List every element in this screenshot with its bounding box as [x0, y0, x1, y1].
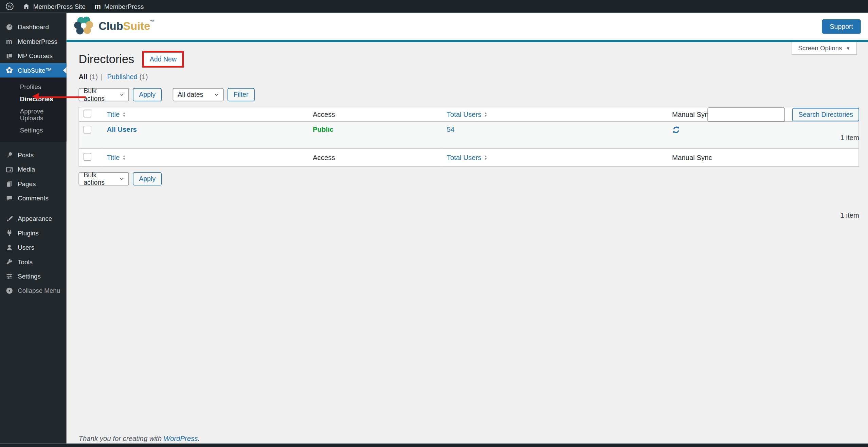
- sidebar-item-label: Appearance: [18, 215, 52, 222]
- svg-text:W: W: [7, 4, 12, 9]
- view-published-link[interactable]: Published: [107, 73, 138, 81]
- wrench-icon: [5, 258, 13, 266]
- sidebar-item-pages[interactable]: Pages: [0, 177, 67, 191]
- chevron-down-icon: [119, 176, 124, 181]
- view-published-count: (1): [140, 73, 148, 81]
- admin-sidebar: Dashboard m MemberPress MP Courses ClubS…: [0, 13, 67, 443]
- add-new-button[interactable]: Add New: [146, 54, 180, 65]
- bottom-bulk-actions-toolbar: Bulk actions Apply: [78, 172, 859, 185]
- sidebar-item-label: Pages: [18, 180, 36, 187]
- submenu-item-approve-uploads[interactable]: Approve Uploads: [0, 105, 67, 124]
- submenu-item-settings[interactable]: Settings: [0, 124, 67, 136]
- column-header-title[interactable]: Title▲▼: [107, 110, 126, 118]
- directory-title-link[interactable]: All Users: [107, 126, 137, 133]
- support-button[interactable]: Support: [822, 19, 861, 33]
- sidebar-item-mp-courses[interactable]: MP Courses: [0, 49, 67, 63]
- table-row: All Users Public 54: [79, 122, 859, 149]
- sidebar-item-settings[interactable]: Settings: [0, 269, 67, 283]
- wordpress-logo-icon[interactable]: W: [5, 2, 14, 11]
- column-footer-total-users[interactable]: Total Users▲▼: [447, 154, 487, 161]
- sidebar-item-tools[interactable]: Tools: [0, 255, 67, 269]
- bulk-actions-selected-value: Bulk actions: [84, 171, 112, 187]
- sidebar-item-media[interactable]: Media: [0, 162, 67, 177]
- apply-button-bottom[interactable]: Apply: [133, 172, 162, 185]
- select-all-checkbox[interactable]: [84, 110, 91, 118]
- sidebar-item-label: Tools: [18, 258, 33, 265]
- sidebar-item-appearance[interactable]: Appearance: [0, 212, 67, 226]
- memberpress-m-icon: m: [5, 37, 13, 46]
- column-label: Title: [107, 110, 120, 118]
- bulk-actions-selected-value: Bulk actions: [84, 87, 112, 103]
- sidebar-item-plugins[interactable]: Plugins: [0, 226, 67, 240]
- clubsuite-submenu: Profiles Directories Approve Uploads Set…: [0, 77, 67, 142]
- date-filter-selected-value: All dates: [178, 91, 203, 99]
- admin-bar-memberpress-link[interactable]: m MemberPress: [94, 0, 144, 13]
- sort-arrows-icon: ▲▼: [123, 112, 126, 118]
- bulk-actions-select-bottom[interactable]: Bulk actions: [78, 172, 129, 185]
- dashboard-icon: [5, 23, 13, 31]
- table-footer-header: Title▲▼ Access Total Users▲▼ Manual Sync: [79, 149, 859, 166]
- apply-button[interactable]: Apply: [133, 88, 162, 101]
- media-icon: [5, 165, 13, 174]
- view-all-count: (1): [89, 73, 98, 81]
- sidebar-item-label: Settings: [18, 273, 41, 280]
- clubsuite-pinwheel-logo: [74, 16, 95, 36]
- admin-bar-site-link[interactable]: MemberPress Site: [23, 0, 86, 13]
- search-input[interactable]: [708, 107, 785, 122]
- memberpress-logo-icon: m: [94, 3, 101, 10]
- column-label: Total Users: [447, 110, 481, 118]
- chevron-down-icon: ▼: [846, 46, 850, 51]
- sidebar-item-label: MP Courses: [18, 53, 53, 59]
- sidebar-item-users[interactable]: Users: [0, 240, 67, 254]
- sidebar-item-clubsuite[interactable]: ClubSuite™: [0, 63, 67, 77]
- column-footer-title[interactable]: Title▲▼: [107, 154, 126, 161]
- chevron-down-icon: [119, 92, 124, 97]
- home-icon: [23, 3, 30, 10]
- sidebar-item-collapse-menu[interactable]: Collapse Menu: [0, 284, 67, 298]
- active-menu-notch: [63, 67, 67, 74]
- sidebar-item-label: Plugins: [18, 230, 38, 236]
- item-count-bottom: 1 item: [840, 212, 859, 219]
- sidebar-item-label: Media: [18, 166, 35, 173]
- sidebar-item-comments[interactable]: Comments: [0, 191, 67, 205]
- submenu-item-profiles[interactable]: Profiles: [0, 81, 67, 93]
- courses-icon: [5, 52, 13, 60]
- annotation-arrow-line: [39, 96, 86, 98]
- sidebar-item-dashboard[interactable]: Dashboard: [0, 20, 67, 34]
- collapse-arrow-icon: [5, 287, 13, 295]
- view-all-link[interactable]: All: [78, 73, 87, 81]
- sort-arrows-icon: ▲▼: [484, 155, 488, 161]
- access-status-badge: Public: [313, 126, 333, 133]
- logo-club-text: Club: [98, 20, 123, 32]
- settings-sliders-icon: [5, 272, 13, 280]
- filter-button[interactable]: Filter: [228, 88, 254, 101]
- column-footer-access: Access: [308, 149, 442, 166]
- view-filter-links: All (1)| Published (1): [78, 73, 859, 81]
- column-header-total-users[interactable]: Total Users▲▼: [447, 110, 487, 118]
- plugins-plug-icon: [5, 229, 13, 237]
- manual-sync-icon[interactable]: [672, 126, 680, 134]
- wordpress-footer-link[interactable]: WordPress: [164, 435, 198, 443]
- user-icon: [5, 243, 13, 251]
- sidebar-item-label: ClubSuite™: [18, 67, 52, 74]
- sidebar-item-label: Collapse Menu: [18, 287, 60, 294]
- sort-arrows-icon: ▲▼: [123, 155, 126, 161]
- content-area: ClubSuite™ Support Screen Options ▼ Dire…: [67, 13, 868, 443]
- date-filter-select[interactable]: All dates: [173, 88, 224, 101]
- sidebar-item-label: Users: [18, 244, 34, 251]
- pages-icon: [5, 180, 13, 188]
- admin-footer: Thank you for creating with WordPress.: [78, 435, 200, 443]
- admin-bar-site-label: MemberPress Site: [33, 3, 86, 10]
- logo-suite-text: Suite: [123, 20, 150, 32]
- search-directories-button[interactable]: Search Directories: [792, 108, 859, 121]
- annotation-arrow-head: [32, 93, 39, 100]
- sidebar-item-memberpress[interactable]: m MemberPress: [0, 34, 67, 49]
- sidebar-item-label: Posts: [18, 152, 34, 159]
- wordpress-admin-page: W MemberPress Site m MemberPress Dashboa…: [0, 0, 868, 447]
- clubsuite-pinwheel-icon: [5, 66, 13, 74]
- plugin-header: ClubSuite™ Support: [67, 13, 868, 42]
- row-checkbox[interactable]: [84, 126, 91, 133]
- select-all-checkbox-bottom[interactable]: [84, 153, 91, 161]
- sidebar-item-posts[interactable]: Posts: [0, 148, 67, 162]
- bulk-actions-select[interactable]: Bulk actions: [78, 88, 129, 101]
